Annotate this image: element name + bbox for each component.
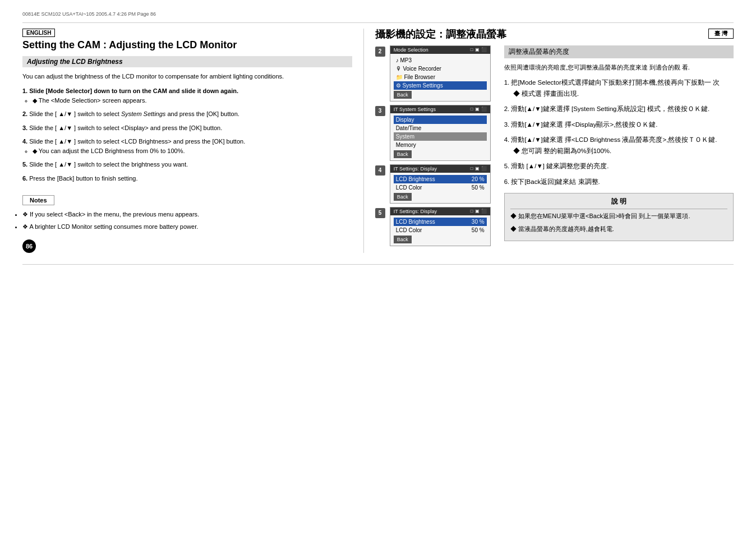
- screen-lcd-brightness-5: LCD Brightness 30 %: [394, 218, 487, 226]
- screen-lcd-color-4: LCD Color 50 %: [394, 183, 487, 192]
- page-number: 86: [22, 239, 36, 253]
- step-6-text: Press the [Back] button to finish settin…: [29, 175, 137, 182]
- screen-lcd-color-5: LCD Color 50 %: [394, 226, 487, 234]
- screen-header-icons-5: □ ▣ ⬛: [471, 209, 487, 214]
- menu-datetime: Date/Time: [394, 124, 487, 132]
- notes-label: Notes: [22, 195, 54, 205]
- menu-voice: 🎙 Voice Recorder: [394, 64, 487, 73]
- subsection-title-zh: 調整液晶螢幕的亮度: [504, 45, 734, 58]
- screen-lcd-brightness-4: LCD Brightness 20 %: [394, 175, 487, 183]
- zh-steps-list: 1. 把[Mode Selector模式選擇鍵向下扳動來打開本機,然後再向下扳動…: [504, 77, 734, 187]
- main-columns: ENGLISH Setting the CAM : Adjusting the …: [22, 29, 734, 253]
- screen-num-2: 2: [375, 47, 385, 57]
- right-content-area: 2 Mode Selection □ ▣ ⬛: [375, 45, 734, 250]
- screens-area: 2 Mode Selection □ ▣ ⬛: [375, 45, 493, 250]
- intro-text-en: You can adjust the brightness of the LCD…: [22, 72, 352, 81]
- section-title-zh: 攝影機的設定：調整液晶螢幕: [375, 29, 709, 41]
- notes-zh-list: 如果您在MENU菜單中選<Back返回>時會回 到上一個菜單選項. 當液晶螢幕的…: [510, 211, 727, 234]
- menu-system-selected: ⚙ System Settings: [394, 81, 487, 90]
- screen-num-3: 3: [375, 106, 385, 116]
- steps-list-en: 1. Slide [Mode Selector] down to turn on…: [22, 86, 352, 183]
- zh-step-1: 1. 把[Mode Selector模式選擇鍵向下扳動來打開本機,然後再向下扳動…: [504, 77, 734, 99]
- right-column: 攝影機的設定：調整液晶螢幕 臺 灣 2 Mode Selection: [364, 29, 734, 253]
- zh-steps-area: 調整液晶螢幕的亮度 依照周遭環境的亮暗度,您可調整液晶螢幕的亮度來達 到適合的觀…: [504, 45, 734, 250]
- screen-header-icons-2: □ ▣ ⬛: [471, 47, 487, 52]
- subsection-title-en: Adjusting the LCD Brightness: [22, 56, 352, 67]
- lang-badge: ENGLISH: [22, 29, 55, 37]
- note-1-en: If you select <Back> in the menu, the pr…: [22, 210, 352, 220]
- bottom-divider: [22, 264, 734, 265]
- zh-note-2: 當液晶螢幕的亮度越亮時,越會耗電.: [510, 224, 727, 234]
- step-4-en: 4. Slide the [ ▲/▼ ] switch to select <L…: [22, 137, 352, 155]
- screen-back-2: Back: [394, 91, 412, 99]
- zh-step-2: 2. 滑動[▲/▼]鍵來選擇 [System Setting系統設定] 模式，然…: [504, 104, 734, 115]
- intro-zh: 依照周遭環境的亮暗度,您可調整液晶螢幕的亮度來達 到適合的觀 看.: [504, 63, 734, 72]
- step-5-text: Slide the [ ▲/▼ ] switch to select the b…: [29, 161, 188, 168]
- screen-header-3: IT System Settings □ ▣ ⬛: [390, 105, 490, 113]
- screen-num-5: 5: [375, 208, 385, 218]
- screen-mockup-3: IT System Settings □ ▣ ⬛ Display Date/Ti…: [390, 105, 491, 161]
- notes-list-en: If you select <Back> in the menu, the pr…: [22, 210, 352, 232]
- screen-wrapper-3: 3 IT System Settings □ ▣ ⬛: [375, 105, 493, 161]
- section-title-en: Setting the CAM : Adjusting the LCD Moni…: [22, 39, 352, 52]
- step-3-text: Slide the [ ▲/▼ ] switch to select <Disp…: [29, 124, 222, 131]
- note-2-en: A brighter LCD Monitor setting consumes …: [22, 222, 352, 232]
- left-column: ENGLISH Setting the CAM : Adjusting the …: [22, 29, 364, 253]
- screen-body-3: Display Date/Time System Memory Back: [390, 113, 490, 160]
- zh-note-1: 如果您在MENU菜單中選<Back返回>時會回 到上一個菜單選項.: [510, 211, 727, 222]
- step-3-en: 3. Slide the [ ▲/▼ ] switch to select <D…: [22, 123, 352, 133]
- screen-back-3: Back: [394, 150, 412, 158]
- zh-step-6: 6. 按下[Back返回]鍵來結 束調整.: [504, 177, 734, 188]
- screen-mockup-2: Mode Selection □ ▣ ⬛ ♪ MP3 🎙 Voice Recor…: [390, 45, 491, 102]
- step-6-en: 6. Press the [Back] button to finish set…: [22, 174, 352, 183]
- top-meta: 00814E SCM102 USA+TAI~105 2005.4.7 4:26 …: [22, 11, 734, 17]
- screen-header-icons-3: □ ▣ ⬛: [471, 107, 487, 112]
- screen-body-5: LCD Brightness 30 % LCD Color 50 % Back: [390, 215, 490, 246]
- step-4-sub: You can adjust the LCD Brightness from 0…: [22, 146, 352, 156]
- menu-mp3: ♪ MP3: [394, 56, 487, 64]
- screen-header-2: Mode Selection □ ▣ ⬛: [390, 46, 490, 54]
- page-container: 00814E SCM102 USA+TAI~105 2005.4.7 4:26 …: [0, 0, 756, 535]
- step-5-en: 5. Slide the [ ▲/▼ ] switch to select th…: [22, 160, 352, 169]
- screen-back-5: Back: [394, 236, 412, 243]
- screen-header-5: IT Settings: Display □ ▣ ⬛: [390, 207, 490, 215]
- screen-wrapper-4: 4 IT Settings: Display □ ▣ ⬛: [375, 164, 493, 204]
- zh-step-1-sub: 模式選 擇畫面出現.: [504, 89, 734, 100]
- notes-zh-box: 說 明 如果您在MENU菜單中選<Back返回>時會回 到上一個菜單選項. 當液…: [504, 193, 734, 241]
- screen-mockup-4: IT Settings: Display □ ▣ ⬛ LCD Brightnes…: [390, 164, 491, 204]
- menu-file: 📁 File Browser: [394, 73, 487, 81]
- zh-step-3: 3. 滑動[▲/▼]鍵來選 擇<Display顯示>,然後按ＯＫ鍵.: [504, 119, 734, 131]
- step-4-text: Slide the [ ▲/▼ ] switch to select <LCD …: [29, 138, 245, 145]
- screen-body-2: ♪ MP3 🎙 Voice Recorder 📁 File Browser ⚙ …: [390, 54, 490, 101]
- zh-step-5: 5. 滑動 [▲/▼] 鍵來調整您要的亮度.: [504, 161, 734, 172]
- step-1-sub: The <Mode Selection> screen appears.: [22, 96, 352, 105]
- screen-header-icons-4: □ ▣ ⬛: [471, 166, 487, 171]
- step-2-en: 2. Slide the [ ▲/▼ ] switch to select Sy…: [22, 109, 352, 119]
- top-divider: [22, 22, 734, 23]
- zh-step-4-sub: 您可調 整的範圍為0%到100%.: [504, 146, 734, 157]
- taiwan-badge: 臺 灣: [708, 29, 734, 39]
- step-2-text: Slide the [ ▲/▼ ] switch to select Syste…: [29, 110, 239, 117]
- notes-zh-title: 說 明: [510, 197, 727, 209]
- screen-body-4: LCD Brightness 20 % LCD Color 50 % Back: [390, 173, 490, 203]
- menu-display-selected: Display: [394, 116, 487, 124]
- zh-step-4: 4. 滑動[▲/▼]鍵來選 擇<LCD Brightness 液晶螢幕亮度>,然…: [504, 135, 734, 156]
- menu-memory: Memory: [394, 141, 487, 149]
- screen-mockup-5: IT Settings: Display □ ▣ ⬛ LCD Brightnes…: [390, 207, 491, 246]
- step-1-text: Slide [Mode Selector] down to turn on th…: [29, 87, 238, 94]
- menu-system: System: [394, 132, 487, 141]
- step-1-en: 1. Slide [Mode Selector] down to turn on…: [22, 86, 352, 105]
- screen-back-4: Back: [394, 193, 412, 201]
- screen-wrapper-2: 2 Mode Selection □ ▣ ⬛: [375, 45, 493, 102]
- screen-num-4: 4: [375, 165, 385, 176]
- screen-wrapper-5: 5 IT Settings: Display □ ▣ ⬛: [375, 207, 493, 246]
- screen-header-4: IT Settings: Display □ ▣ ⬛: [390, 165, 490, 173]
